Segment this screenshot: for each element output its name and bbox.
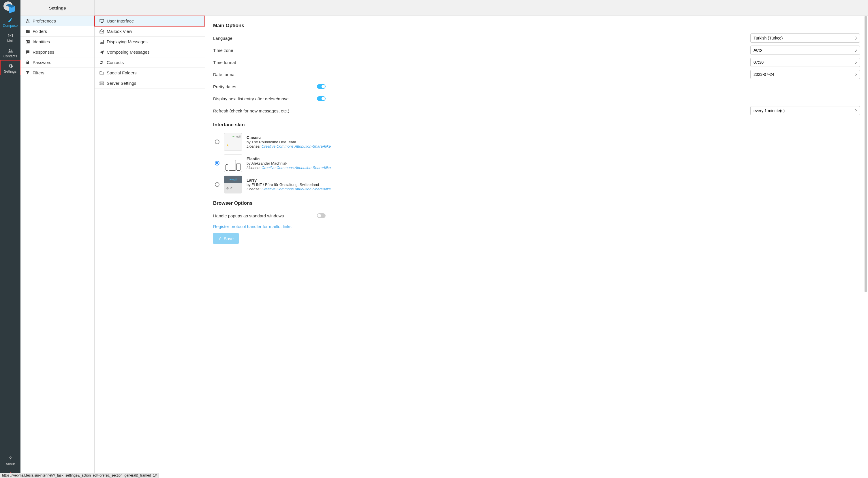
language-label: Language bbox=[213, 36, 317, 41]
main-options-heading: Main Options bbox=[213, 23, 860, 29]
section-displaying-messages[interactable]: Displaying Messages bbox=[95, 37, 205, 47]
sections-header bbox=[95, 0, 205, 16]
list-item-label: Identities bbox=[33, 39, 50, 44]
skin-option-classic[interactable]: Mail Classic by The Roundcube Dev Team L… bbox=[213, 131, 860, 153]
nav-compose[interactable]: Compose bbox=[0, 14, 21, 29]
row-language: Language Turkish (Türkçe) bbox=[213, 32, 860, 44]
svg-point-5 bbox=[101, 61, 102, 63]
app-logo bbox=[2, 1, 19, 14]
section-user-interface[interactable]: User Interface bbox=[95, 16, 205, 26]
check-icon: ✓ bbox=[218, 236, 222, 241]
server-icon bbox=[99, 81, 105, 86]
handle-popups-toggle[interactable] bbox=[317, 213, 326, 218]
svg-point-7 bbox=[101, 82, 101, 83]
list-item-label: Filters bbox=[33, 70, 44, 75]
skin-option-larry[interactable]: Mail⚙ ↺ Larry by FLINT / Büro für Gestal… bbox=[213, 174, 860, 195]
nav-contacts[interactable]: Contacts bbox=[0, 45, 21, 60]
settings-item-responses[interactable]: Responses bbox=[21, 47, 94, 57]
refresh-select[interactable]: every 1 minute(s) bbox=[750, 106, 860, 115]
comment-icon bbox=[25, 49, 31, 55]
content-column: Main Options Language Turkish (Türkçe) T… bbox=[205, 0, 868, 478]
settings-header: Settings bbox=[21, 0, 94, 16]
browser-options-heading: Browser Options bbox=[213, 200, 860, 206]
list-item-label: Composing Messages bbox=[107, 50, 149, 55]
time-format-label: Time format bbox=[213, 60, 317, 65]
nav-rail: Compose Mail Contacts Settings About bbox=[0, 0, 21, 478]
skin-elastic-radio[interactable] bbox=[215, 161, 219, 165]
inbox-icon bbox=[99, 39, 105, 44]
time-format-select[interactable]: 07:30 bbox=[750, 58, 860, 67]
list-item-label: Mailbox View bbox=[107, 29, 132, 34]
skin-option-elastic[interactable]: Elastic by Aleksander Machniak License: … bbox=[213, 153, 860, 174]
id-card-icon bbox=[25, 39, 31, 44]
nav-compose-label: Compose bbox=[3, 24, 18, 28]
save-button-label: Save bbox=[224, 236, 234, 241]
list-item-label: Folders bbox=[33, 29, 47, 34]
pretty-dates-toggle[interactable] bbox=[317, 84, 326, 89]
list-item-label: Preferences bbox=[33, 19, 56, 23]
skin-larry-license-link[interactable]: Creative Commons Attribution-ShareAlike bbox=[261, 187, 331, 191]
envelope-open-icon bbox=[99, 29, 105, 34]
refresh-label: Refresh (check for new messages, etc.) bbox=[213, 108, 317, 113]
skin-elastic-license-link[interactable]: Creative Commons Attribution-ShareAlike bbox=[261, 165, 331, 170]
skin-elastic-info: Elastic by Aleksander Machniak License: … bbox=[247, 157, 331, 170]
skin-larry-thumb: Mail⚙ ↺ bbox=[224, 176, 242, 193]
display-next-toggle[interactable] bbox=[317, 96, 326, 101]
row-time-format: Time format 07:30 bbox=[213, 56, 860, 68]
section-contacts[interactable]: Contacts bbox=[95, 57, 205, 68]
nav-about[interactable]: About bbox=[0, 453, 21, 468]
question-icon bbox=[0, 455, 21, 461]
browser-status-bar: https://webmail.tesla.sui-inter.net/?_ta… bbox=[0, 473, 159, 478]
skin-classic-thumb: Mail bbox=[224, 133, 242, 151]
section-composing-messages[interactable]: Composing Messages bbox=[95, 47, 205, 57]
folder-icon bbox=[25, 29, 31, 34]
skin-larry-radio[interactable] bbox=[215, 182, 219, 187]
svg-point-8 bbox=[101, 84, 101, 85]
nav-mail-label: Mail bbox=[7, 39, 13, 43]
settings-item-identities[interactable]: Identities bbox=[21, 37, 94, 47]
skin-classic-license-link[interactable]: Creative Commons Attribution-ShareAlike bbox=[261, 144, 331, 149]
section-special-folders[interactable]: Special Folders bbox=[95, 68, 205, 78]
svg-point-3 bbox=[9, 49, 10, 51]
interface-skin-heading: Interface skin bbox=[213, 122, 860, 128]
settings-item-folders[interactable]: Folders bbox=[21, 26, 94, 37]
timezone-select[interactable]: Auto bbox=[750, 45, 860, 55]
row-handle-popups: Handle popups as standard windows bbox=[213, 210, 860, 222]
scrollbar-thumb[interactable] bbox=[865, 16, 867, 292]
nav-contacts-label: Contacts bbox=[3, 54, 17, 58]
row-pretty-dates: Pretty dates bbox=[213, 81, 860, 93]
list-item-label: User Interface bbox=[107, 19, 134, 23]
language-select[interactable]: Turkish (Türkçe) bbox=[750, 33, 860, 43]
nav-mail[interactable]: Mail bbox=[0, 29, 21, 45]
nav-about-label: About bbox=[6, 462, 15, 466]
svg-point-4 bbox=[11, 50, 12, 51]
skin-elastic-thumb bbox=[224, 154, 242, 172]
settings-item-password[interactable]: Password bbox=[21, 57, 94, 68]
skin-classic-radio[interactable] bbox=[215, 139, 219, 144]
pretty-dates-label: Pretty dates bbox=[213, 84, 317, 89]
list-item-label: Displaying Messages bbox=[107, 39, 148, 44]
settings-item-preferences[interactable]: Preferences bbox=[21, 16, 94, 26]
date-format-select[interactable]: 2023-07-24 bbox=[750, 70, 860, 79]
section-mailbox-view[interactable]: Mailbox View bbox=[95, 26, 205, 37]
sections-column: User Interface Mailbox View Displaying M… bbox=[95, 0, 205, 478]
sliders-icon bbox=[25, 18, 31, 24]
list-item-label: Password bbox=[33, 60, 52, 65]
skin-larry-info: Larry by FLINT / Büro für Gestaltung, Sw… bbox=[247, 178, 331, 191]
register-mailto-link[interactable]: Register protocol handler for mailto: li… bbox=[213, 224, 291, 229]
date-format-label: Date format bbox=[213, 72, 317, 77]
nav-settings[interactable]: Settings bbox=[0, 60, 21, 75]
content-header bbox=[205, 0, 868, 16]
content-scrollbar[interactable] bbox=[864, 16, 867, 477]
paper-plane-icon bbox=[99, 49, 105, 55]
list-item-label: Contacts bbox=[107, 60, 124, 65]
settings-item-filters[interactable]: Filters bbox=[21, 68, 94, 78]
desktop-icon bbox=[99, 18, 105, 24]
contacts-icon bbox=[0, 47, 21, 54]
row-timezone: Time zone Auto bbox=[213, 44, 860, 56]
users-icon bbox=[99, 60, 105, 65]
filter-icon bbox=[25, 70, 31, 75]
section-server-settings[interactable]: Server Settings bbox=[95, 78, 205, 89]
timezone-label: Time zone bbox=[213, 48, 317, 53]
save-button[interactable]: ✓ Save bbox=[213, 233, 239, 244]
